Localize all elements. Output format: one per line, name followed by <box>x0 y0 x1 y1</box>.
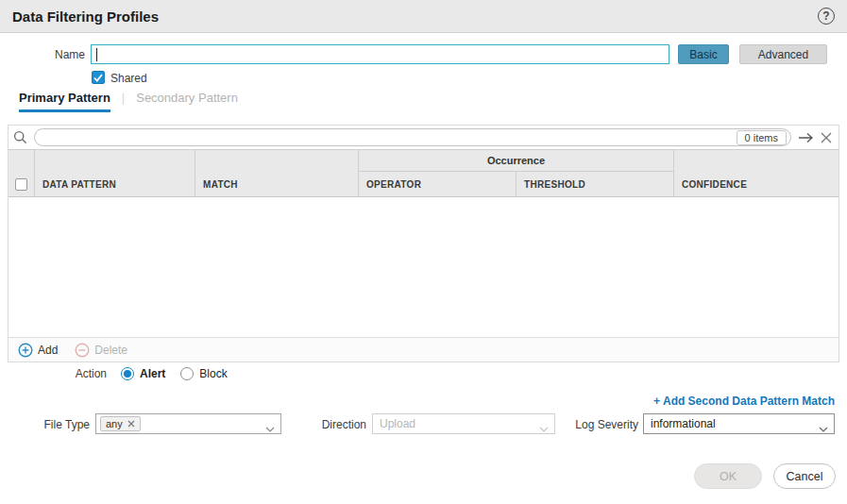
radio-alert[interactable]: Alert <box>121 367 165 380</box>
action-row: Action Alert Block <box>0 367 228 380</box>
log-severity-value: informational <box>648 417 716 430</box>
remove-tag-icon[interactable] <box>127 420 135 428</box>
circle-minus-icon <box>75 343 90 358</box>
pattern-tabs: Primary Pattern | Secondary Pattern <box>19 91 238 112</box>
tab-primary-pattern[interactable]: Primary Pattern <box>19 91 110 112</box>
table-filter-bar: 0 items <box>8 126 839 149</box>
file-type-tag: any <box>100 416 141 431</box>
delete-button-label: Delete <box>94 344 127 357</box>
chevron-down-icon <box>819 422 828 435</box>
log-severity-select[interactable]: informational <box>643 413 835 434</box>
name-label: Name <box>0 48 85 61</box>
items-count-badge: 0 items <box>737 130 787 145</box>
search-icon <box>13 130 27 144</box>
dialog-header: Data Filtering Profiles ? <box>0 0 847 33</box>
table-header: DATA PATTERN MATCH Occurrence OPERATOR T… <box>8 149 839 197</box>
help-icon[interactable]: ? <box>818 8 835 25</box>
radio-block-label: Block <box>199 367 227 380</box>
text-caret <box>96 48 97 61</box>
circle-plus-icon <box>18 343 33 358</box>
add-second-data-pattern-link[interactable]: + Add Second Data Pattern Match <box>653 395 835 408</box>
apply-filter-arrow-icon[interactable] <box>798 132 814 143</box>
basic-button[interactable]: Basic <box>678 44 729 64</box>
page-title: Data Filtering Profiles <box>12 8 159 25</box>
shared-checkbox[interactable] <box>92 71 105 84</box>
radio-selected-icon <box>121 367 134 380</box>
table-toolbar: Add Delete <box>8 337 839 361</box>
filter-input-field[interactable]: 0 items <box>34 128 791 146</box>
direction-select: Upload <box>372 413 555 434</box>
select-all-cell <box>8 150 34 196</box>
radio-unselected-icon <box>180 367 194 380</box>
shared-label: Shared <box>110 72 147 85</box>
table-body-empty <box>8 197 839 337</box>
column-header-data-pattern[interactable]: DATA PATTERN <box>34 150 195 196</box>
radio-alert-label: Alert <box>140 367 165 380</box>
chevron-down-icon <box>265 422 275 435</box>
clear-filter-icon[interactable] <box>821 132 832 143</box>
column-header-confidence[interactable]: CONFIDENCE <box>673 150 840 196</box>
cancel-button[interactable]: Cancel <box>773 463 836 489</box>
radio-block[interactable]: Block <box>180 367 227 380</box>
data-pattern-table: 0 items DATA PATTERN MATCH Occurrence OP… <box>8 125 839 362</box>
name-input-field[interactable] <box>92 45 669 63</box>
filter-input[interactable] <box>44 131 737 144</box>
check-icon <box>93 74 103 82</box>
add-button-label: Add <box>38 344 58 357</box>
action-radio-group: Alert Block <box>121 367 228 380</box>
data-filtering-profiles-dialog: Data Filtering Profiles ? Name Basic Adv… <box>0 0 847 504</box>
tab-secondary-pattern[interactable]: Secondary Pattern <box>136 91 238 112</box>
action-label: Action <box>0 367 107 380</box>
column-header-match[interactable]: MATCH <box>195 150 358 196</box>
name-input[interactable] <box>91 44 669 64</box>
column-header-operator[interactable]: OPERATOR <box>358 172 516 196</box>
column-header-threshold[interactable]: THRESHOLD <box>516 172 673 196</box>
add-button[interactable]: Add <box>18 343 58 358</box>
file-type-select[interactable]: any <box>95 413 281 434</box>
advanced-button[interactable]: Advanced <box>739 44 827 64</box>
direction-label: Direction <box>283 418 366 431</box>
direction-value: Upload <box>377 417 415 430</box>
delete-button[interactable]: Delete <box>75 343 127 358</box>
column-group-occurrence: Occurrence <box>358 150 673 172</box>
select-all-checkbox[interactable] <box>15 178 27 191</box>
file-type-label: File Type <box>0 418 90 431</box>
file-type-tag-label: any <box>106 418 123 429</box>
tab-separator: | <box>122 91 125 105</box>
log-severity-label: Log Severity <box>529 418 638 431</box>
ok-button[interactable]: OK <box>694 463 762 489</box>
